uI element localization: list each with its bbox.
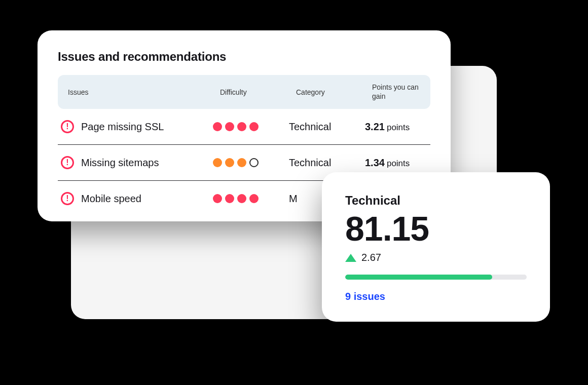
score-label: Technical <box>345 194 527 208</box>
col-header-category: Category <box>296 88 372 96</box>
difficulty-dots <box>213 158 289 167</box>
score-value: 81.15 <box>345 211 527 247</box>
category-cell: Technical <box>289 157 365 169</box>
difficulty-dot <box>225 194 234 203</box>
score-progress-fill <box>345 275 492 280</box>
difficulty-dot <box>237 158 246 167</box>
difficulty-dot <box>213 122 222 131</box>
issue-name: Mobile speed <box>81 193 141 205</box>
difficulty-dots <box>213 122 289 131</box>
issues-count-link[interactable]: 9 issues <box>345 291 527 302</box>
difficulty-dot <box>249 122 259 131</box>
technical-score-card: Technical 81.15 2.67 9 issues <box>322 172 550 322</box>
alert-circle-icon: ! <box>61 156 74 169</box>
table-row[interactable]: !Page missing SSLTechnical3.21points <box>58 109 430 145</box>
alert-circle-icon: ! <box>61 120 74 133</box>
points-cell: 3.21points <box>365 121 427 133</box>
difficulty-dot <box>225 158 234 167</box>
score-progress-track <box>345 275 527 280</box>
difficulty-dot <box>249 158 259 167</box>
difficulty-dot <box>249 194 259 203</box>
score-delta: 2.67 <box>345 252 527 263</box>
difficulty-dot <box>237 194 246 203</box>
col-header-points: Points you can gain <box>372 83 420 101</box>
points-cell: 1.34points <box>365 157 427 169</box>
difficulty-dot <box>213 194 222 203</box>
issues-table-header: Issues Difficulty Category Points you ca… <box>58 75 430 109</box>
difficulty-dot <box>225 122 234 131</box>
difficulty-dot <box>237 122 246 131</box>
difficulty-dots <box>213 194 289 203</box>
issue-name: Page missing SSL <box>81 121 164 133</box>
category-cell: Technical <box>289 121 365 133</box>
col-header-issues: Issues <box>68 88 220 96</box>
score-delta-value: 2.67 <box>361 252 381 263</box>
difficulty-dot <box>213 158 222 167</box>
issues-title: Issues and recommendations <box>58 50 430 64</box>
alert-circle-icon: ! <box>61 192 74 205</box>
triangle-up-icon <box>345 254 356 262</box>
col-header-difficulty: Difficulty <box>220 88 296 96</box>
issue-name: Missing sitemaps <box>81 157 159 169</box>
